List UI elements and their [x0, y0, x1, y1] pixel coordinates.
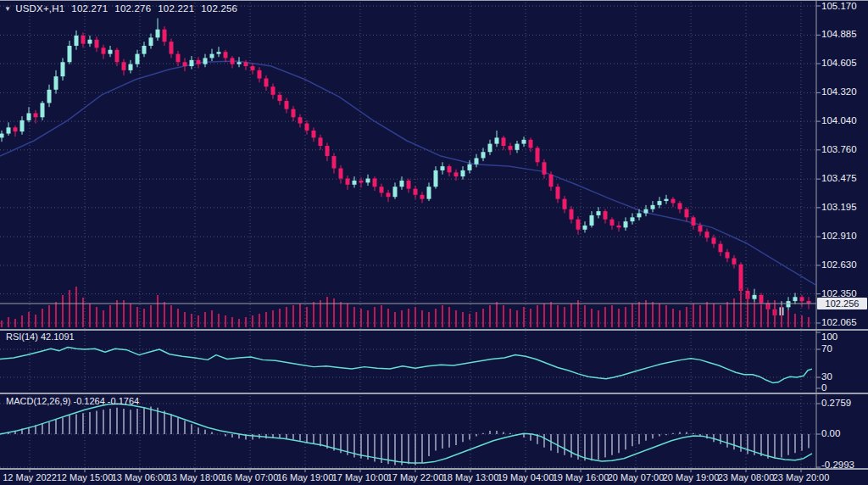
chart-canvas[interactable]: [0, 1, 868, 485]
rsi-axis-label: 70: [821, 343, 832, 354]
price-axis-label: 104.040: [821, 115, 857, 126]
macd-axis-label: 0.00: [821, 428, 840, 439]
close-value: 102.256: [201, 3, 237, 14]
time-axis-label: 16 May 07:00: [222, 472, 279, 482]
time-axis-label: 13 May 18:00: [167, 472, 224, 482]
open-value: 102.271: [71, 3, 108, 14]
low-value: 102.221: [158, 3, 194, 14]
high-value: 102.276: [114, 3, 151, 14]
time-axis-label: 13 May 06:00: [112, 472, 169, 482]
time-axis-label: 20 May 19:00: [663, 472, 720, 482]
price-axis-label: 103.760: [821, 144, 857, 155]
rsi-indicator-label: RSI(14) 42.1091: [6, 332, 75, 342]
trading-chart-window: ▼USDX+,H1102.271102.276102.221102.256 RS…: [0, 0, 868, 485]
price-axis-label: 104.605: [821, 58, 857, 69]
time-axis-label: 18 May 13:00: [442, 472, 499, 482]
time-axis-label: 17 May 22:00: [387, 472, 444, 482]
price-axis-label: 104.885: [821, 29, 857, 40]
time-axis-label: 12 May 15:00: [57, 472, 114, 482]
time-axis-label: 23 May 20:00: [773, 472, 830, 482]
rsi-axis-label: 0: [821, 382, 826, 393]
price-axis-label: 105.170: [821, 1, 857, 12]
time-axis-label: 17 May 10:00: [332, 472, 389, 482]
price-axis-label: 102.910: [821, 231, 857, 242]
price-axis-label: 103.475: [821, 173, 857, 184]
time-axis-label: 20 May 07:00: [608, 472, 665, 482]
chart-title: ▼USDX+,H1102.271102.276102.221102.256: [4, 3, 237, 14]
time-axis-label: 19 May 16:00: [553, 472, 609, 482]
symbol-period-label: USDX+,H1: [15, 3, 64, 14]
time-axis-label: 16 May 19:00: [277, 472, 334, 482]
rsi-axis-label: 100: [821, 332, 837, 343]
chevron-down-icon[interactable]: ▼: [4, 5, 11, 13]
time-axis-label: 12 May 2022: [3, 472, 57, 482]
macd-indicator-label: MACD(12,26,9) -0.1264 -0.1764: [6, 396, 139, 406]
price-axis-label: 102.630: [821, 259, 857, 270]
time-axis-label: 19 May 04:00: [498, 472, 554, 482]
rsi-axis-label: 30: [821, 371, 832, 382]
macd-axis-label: 0.2759: [821, 398, 851, 409]
price-axis-label: 102.065: [821, 317, 857, 328]
current-price-tag: 102.256: [817, 298, 867, 309]
macd-axis-label: -0.2993: [821, 460, 854, 471]
time-axis-label: 23 May 08:00: [718, 472, 775, 482]
price-axis-label: 104.320: [821, 86, 857, 98]
price-axis-label: 103.195: [821, 202, 857, 213]
